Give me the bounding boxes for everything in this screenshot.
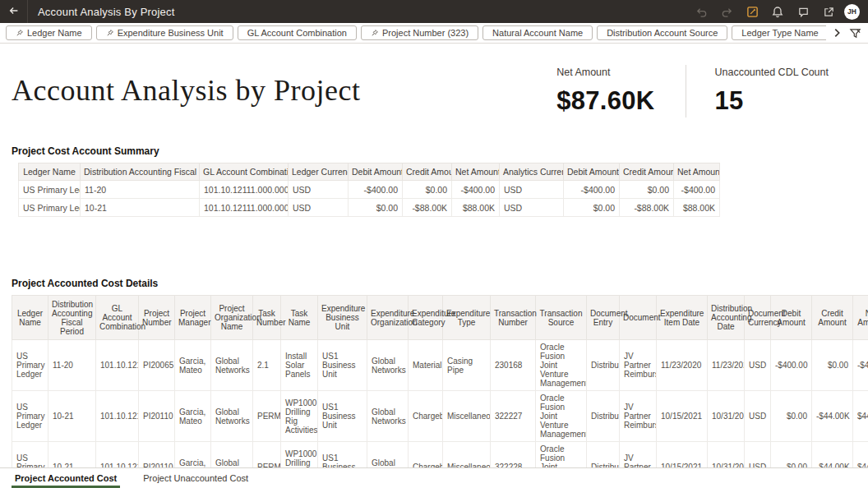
column-header[interactable]: Expenditure Organization — [367, 296, 409, 340]
column-header[interactable]: Transaction Number — [491, 296, 536, 340]
table-cell: USD — [289, 181, 349, 199]
column-header[interactable]: Credit Amount — [812, 296, 853, 340]
table-cell: Chargeback — [409, 391, 443, 442]
column-header[interactable]: Ledger Name — [12, 296, 48, 340]
table-cell: US Primary Ledger — [19, 181, 81, 199]
column-header[interactable]: Net Amount — [452, 163, 500, 181]
topbar-actions: JH — [691, 2, 868, 21]
table-cell: $0.00 — [812, 340, 853, 391]
summary-table[interactable]: Ledger NameDistribution Accounting Fisca… — [18, 163, 720, 217]
column-header[interactable]: Distribution Accounting Date — [708, 296, 745, 340]
column-header[interactable]: Ledger Currency — [289, 163, 349, 181]
edit-icon[interactable] — [742, 2, 762, 21]
filter-chip[interactable]: Ledger Name — [6, 25, 92, 40]
filter-chip-label: GL Account Combination — [247, 28, 347, 38]
table-cell: $44 — [853, 391, 868, 442]
kpi-unaccounted-cdl-count[interactable]: Unaccounted CDL Count 15 — [714, 60, 829, 117]
column-header[interactable]: Credit Amount — [620, 163, 674, 181]
table-cell: 11/23/2020 — [657, 340, 708, 391]
column-header[interactable]: Document Entry — [587, 296, 620, 340]
table-cell: Oracle Fusion Joint Venture Management — [536, 391, 587, 442]
filter-chip[interactable]: Expenditure Business Unit — [96, 25, 233, 40]
kpi-divider — [686, 65, 686, 117]
table-cell: 11-20 — [81, 181, 200, 199]
filter-funnel-icon[interactable] — [849, 27, 861, 39]
column-header[interactable]: Credit Amount — [403, 163, 452, 181]
table-cell: Global Networks — [211, 391, 253, 442]
table-cell: 10/15/2021 — [657, 391, 708, 442]
table-cell: PI20110 — [139, 391, 175, 442]
column-header[interactable]: Project Organization Name — [211, 296, 253, 340]
column-header[interactable]: Project Manager — [175, 296, 211, 340]
column-header[interactable]: Analytics Currency — [500, 163, 564, 181]
column-header[interactable]: Expenditure Business Unit — [318, 296, 367, 340]
pin-icon — [371, 29, 379, 37]
table-cell: Garcia, Mateo — [175, 391, 211, 442]
column-header[interactable]: Expenditure Category — [409, 296, 443, 340]
column-header[interactable]: Transaction Source — [536, 296, 587, 340]
comment-icon[interactable] — [793, 2, 813, 21]
table-cell: -$400.00 — [674, 181, 720, 199]
table-cell: -$400.00 — [349, 181, 403, 199]
column-header[interactable]: Task Name — [281, 296, 318, 340]
table-cell: $0.00 — [564, 199, 620, 217]
back-button[interactable] — [0, 0, 28, 23]
details-table-container: Ledger NameDistribution Accounting Fisca… — [12, 295, 868, 488]
column-header[interactable]: Project Number — [139, 296, 175, 340]
tab-project-unaccounted-cost[interactable]: Project Unaccounted Cost — [140, 468, 252, 488]
column-header[interactable]: Debit Amount — [349, 163, 403, 181]
column-header[interactable]: Expenditure Type — [443, 296, 491, 340]
pin-icon — [106, 29, 114, 37]
filterbar-tools — [826, 27, 865, 39]
filter-chip[interactable]: Project Number (323) — [361, 25, 478, 40]
filter-chip[interactable]: Natural Account Name — [482, 25, 593, 40]
table-cell: $0.00 — [403, 181, 452, 199]
kpi-label: Net Amount — [556, 67, 610, 78]
table-cell: $88.00K — [674, 199, 720, 217]
table-cell: 322227 — [491, 391, 536, 442]
table-cell: USD — [500, 181, 564, 199]
table-cell: -$400.00 — [564, 181, 620, 199]
kpi-value: $87.60K — [556, 86, 654, 116]
column-header[interactable]: Document — [620, 296, 657, 340]
column-header[interactable]: Net Amount — [853, 296, 868, 340]
table-cell: Global Networks — [211, 340, 253, 391]
open-in-new-icon[interactable] — [819, 2, 838, 21]
column-header[interactable]: Distribution Accounting Fiscal Period — [81, 163, 200, 181]
details-table[interactable]: Ledger NameDistribution Accounting Fisca… — [12, 295, 868, 488]
column-header[interactable]: Task Number — [253, 296, 281, 340]
column-header[interactable]: Expenditure Item Date — [657, 296, 708, 340]
filter-chip-label: Ledger Type Name — [741, 28, 818, 38]
filter-chip[interactable]: Ledger Type Name — [732, 25, 826, 40]
column-header[interactable]: Document Currency — [745, 296, 771, 340]
table-row[interactable]: US Primary Ledger10-21101.10.12111.000.0… — [19, 199, 720, 217]
column-header[interactable]: Distribution Accounting Fiscal Period — [48, 296, 96, 340]
tab-project-accounted-cost[interactable]: Project Accounted Cost — [12, 468, 120, 488]
column-header[interactable]: Debit Amount — [771, 296, 812, 340]
table-cell: USD — [289, 199, 349, 217]
table-cell: Material — [409, 340, 443, 391]
column-header[interactable]: GL Account Combination — [200, 163, 289, 181]
table-row[interactable]: US Primary Ledger11-20101.10.1211PI20065… — [12, 340, 868, 391]
redo-icon[interactable] — [717, 2, 736, 21]
table-cell: Oracle Fusion Joint Venture Management — [536, 340, 587, 391]
table-cell: Distribut — [587, 391, 620, 442]
column-header[interactable]: Ledger Name — [19, 163, 81, 181]
table-row[interactable]: US Primary Ledger11-20101.10.12111.000.0… — [19, 181, 720, 199]
kpi-tiles: Net Amount $87.60K Unaccounted CDL Count… — [556, 60, 829, 117]
column-header[interactable]: Debit Amount — [564, 163, 620, 181]
window-title: Account Analysis By Project — [28, 6, 691, 18]
table-cell: 101.10.12111.000.000.000 — [200, 181, 289, 199]
avatar[interactable]: JH — [844, 4, 860, 20]
kpi-net-amount[interactable]: Net Amount $87.60K — [556, 60, 654, 117]
undo-icon[interactable] — [691, 2, 711, 21]
table-row[interactable]: US Primary Ledger10-21101.10.1211PI20110… — [12, 391, 868, 442]
column-header[interactable]: Net Amount — [674, 163, 720, 181]
schedule-bell-icon[interactable] — [768, 2, 787, 21]
filter-chip[interactable]: Distribution Account Source — [597, 25, 727, 40]
table-cell: US1 Business Unit — [318, 391, 367, 442]
table-cell: US Primary Ledger — [19, 199, 81, 217]
column-header[interactable]: GL Account Combination — [96, 296, 139, 340]
chevron-right-icon[interactable] — [831, 27, 843, 39]
filter-chip[interactable]: GL Account Combination — [238, 25, 357, 40]
